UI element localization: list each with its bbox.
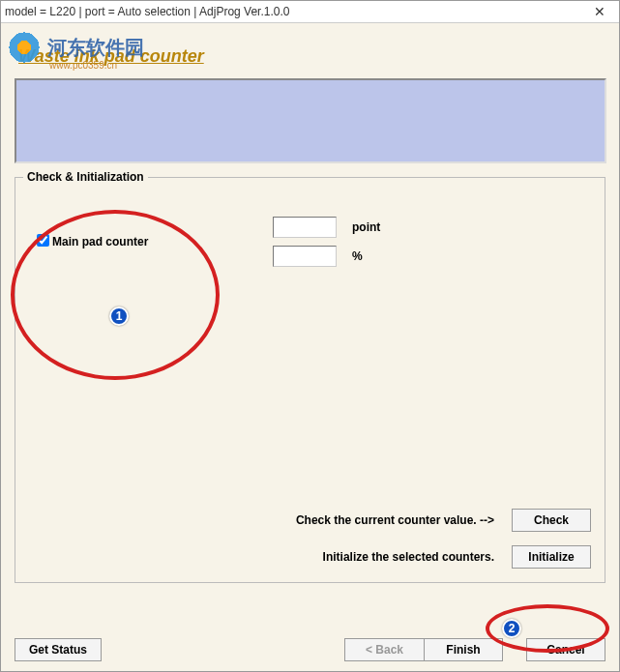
get-status-button[interactable]: Get Status <box>15 638 102 661</box>
percent-unit-label: % <box>352 249 400 263</box>
window-title: model = L220 | port = Auto selection | A… <box>5 5 580 18</box>
titlebar[interactable]: model = L220 | port = Auto selection | A… <box>1 1 619 23</box>
init-instruction-text: Initialize the selected counters. <box>323 550 494 564</box>
main-pad-label: Main pad counter <box>52 235 273 248</box>
annotation-badge-2: 2 <box>502 619 521 638</box>
finish-button[interactable]: Finish <box>424 638 503 661</box>
check-init-group: Check & Initialization Main pad counter … <box>15 177 605 583</box>
watermark-logo-icon <box>5 28 44 67</box>
watermark: 河东软件园 <box>1 28 144 67</box>
initialize-button[interactable]: Initialize <box>512 545 591 569</box>
check-button[interactable]: Check <box>512 509 591 532</box>
bottom-button-row: Get Status < Back Finish Cancel <box>15 638 605 661</box>
point-value-box <box>273 217 337 238</box>
group-title: Check & Initialization <box>23 170 148 184</box>
close-button[interactable]: ✕ <box>580 1 619 23</box>
point-unit-label: point <box>352 220 400 234</box>
check-instruction-text: Check the current counter value. --> <box>296 513 494 527</box>
back-button: < Back <box>344 638 424 661</box>
close-icon: ✕ <box>594 4 605 19</box>
log-textarea[interactable] <box>15 78 606 163</box>
content-area: 河东软件园 www.pc0359.cn Waste ink pad counte… <box>1 23 619 671</box>
percent-value-box <box>273 246 337 267</box>
cancel-button[interactable]: Cancel <box>526 638 605 661</box>
app-window: model = L220 | port = Auto selection | A… <box>0 0 620 672</box>
main-pad-checkbox[interactable] <box>37 234 49 247</box>
init-instruction-row: Initialize the selected counters. Initia… <box>323 545 591 569</box>
main-pad-row: Main pad counter point % <box>25 217 595 267</box>
watermark-site-name: 河东软件园 <box>47 35 144 61</box>
check-instruction-row: Check the current counter value. --> Che… <box>296 509 591 532</box>
